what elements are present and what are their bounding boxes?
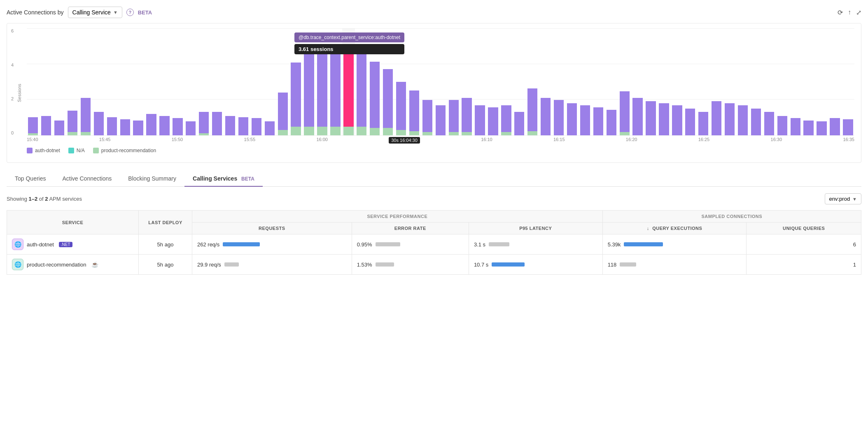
bar-group-12[interactable]: [171, 28, 184, 135]
x-label-1610: 16:10: [481, 137, 492, 144]
bar-group-5[interactable]: [79, 28, 92, 135]
env-filter-dropdown[interactable]: env:prod ▼: [825, 193, 861, 204]
error-rate-bar-fill-auth-dotnet: [376, 242, 400, 246]
bar-group-60[interactable]: [802, 28, 814, 135]
tab-calling-services-beta: BETA: [241, 176, 254, 182]
cell-deploy-product-rec: 5h ago: [139, 255, 192, 275]
bar-group-47[interactable]: [631, 28, 644, 135]
bar-group-37[interactable]: [500, 28, 512, 135]
calling-service-dropdown[interactable]: Calling Service ▼: [68, 7, 122, 18]
bar-group-20[interactable]: [277, 28, 289, 135]
bar-group-13[interactable]: [184, 28, 197, 135]
tabs-row: Top Queries Active Connections Blocking …: [7, 171, 861, 187]
bar-group-50[interactable]: [671, 28, 683, 135]
table-section: Showing 1–2 of 2 APM services env:prod ▼…: [7, 193, 861, 275]
bar-group-40[interactable]: [539, 28, 552, 135]
x-label-1545: 15:45: [99, 137, 111, 144]
bar-group-53[interactable]: [710, 28, 723, 135]
x-label-1620: 16:20: [626, 137, 637, 144]
chart-inner: 6 4 2 0 @db.trace_context.parent_service…: [27, 28, 854, 135]
cell-query-exec-auth-dotnet: 5.39k: [602, 234, 747, 255]
tab-blocking-summary[interactable]: Blocking Summary: [120, 171, 184, 187]
tab-top-queries[interactable]: Top Queries: [7, 171, 54, 187]
p95-latency-bar-fill-auth-dotnet: [489, 242, 509, 246]
table-row[interactable]: 🌐 auth-dotnet .NET 5h ago 262 req/s: [7, 234, 861, 255]
bar-group-43[interactable]: [579, 28, 591, 135]
cell-p95-latency-product-rec: 10.7 s: [469, 255, 602, 275]
bar-group-10[interactable]: [145, 28, 157, 135]
bar-group-57[interactable]: [763, 28, 775, 135]
bar-group-46[interactable]: [618, 28, 630, 135]
bar-group-44[interactable]: [592, 28, 604, 135]
bar-group-39[interactable]: [526, 28, 539, 135]
col-header-error-rate: ERROR RATE: [352, 223, 469, 234]
service-name-product-rec: product-recommendation: [27, 262, 86, 268]
bar-group-6[interactable]: [93, 28, 105, 135]
requests-bar-product-rec: 29.9 req/s: [197, 262, 347, 268]
bar-group-19[interactable]: [264, 28, 276, 135]
query-exec-bar-fill-auth-dotnet: [624, 242, 663, 246]
bar-group-16[interactable]: [224, 28, 236, 135]
bar-group-32[interactable]: [434, 28, 447, 135]
bar-group-42[interactable]: [566, 28, 578, 135]
bar-group-4[interactable]: [66, 28, 79, 135]
error-rate-bar-product-rec: 1.53%: [357, 262, 464, 268]
bar-group-18[interactable]: [250, 28, 263, 135]
help-icon[interactable]: ?: [126, 9, 134, 16]
sort-down-icon: ↓: [647, 226, 649, 231]
chart-legend: auth-dotnet N/A product-recommendation: [27, 148, 854, 153]
x-label-1540: 15:40: [27, 137, 38, 144]
bar-group-49[interactable]: [658, 28, 670, 135]
share-icon[interactable]: ↑: [848, 9, 851, 16]
refresh-icon[interactable]: ⟳: [838, 9, 843, 16]
bar-group-30[interactable]: [408, 28, 420, 135]
legend-label-product-recommendation: product-recommendation: [101, 148, 156, 153]
bar-group-63[interactable]: [842, 28, 854, 135]
tooltip-service-label: @db.trace_context.parent_service:auth-do…: [294, 32, 404, 42]
tab-calling-services[interactable]: Calling Services BETA: [184, 171, 263, 187]
service-cell-product-rec: 🌐 product-recommendation ☕: [12, 259, 133, 270]
bar-group-35[interactable]: [474, 28, 486, 135]
bar-group-7[interactable]: [106, 28, 118, 135]
y-label-4: 4: [11, 63, 14, 67]
bar-group-59[interactable]: [789, 28, 801, 135]
col-header-query-executions[interactable]: ↓ QUERY EXECUTIONS: [602, 223, 747, 234]
bar-group-31[interactable]: [421, 28, 434, 135]
bar-group-34[interactable]: [460, 28, 473, 135]
bar-group-55[interactable]: [737, 28, 749, 135]
chart-header: Active Connections by Calling Service ▼ …: [7, 7, 861, 18]
tab-active-connections[interactable]: Active Connections: [54, 171, 120, 187]
bar-group-17[interactable]: [237, 28, 250, 135]
bar-group-58[interactable]: [776, 28, 789, 135]
y-label-0: 0: [11, 130, 14, 135]
bar-group-62[interactable]: [828, 28, 841, 135]
bar-group-51[interactable]: [684, 28, 696, 135]
bar-group-41[interactable]: [553, 28, 565, 135]
query-exec-bar-product-rec: 118: [608, 262, 742, 268]
bar-group-36[interactable]: [487, 28, 499, 135]
query-exec-bar-fill-product-rec: [620, 262, 636, 267]
fullscreen-icon[interactable]: ⤢: [856, 9, 861, 16]
bar-group-54[interactable]: [723, 28, 736, 135]
bar-group-15[interactable]: [211, 28, 223, 135]
bar-group-3[interactable]: [53, 28, 65, 135]
error-rate-bar-auth-dotnet: 0.95%: [357, 241, 464, 248]
bar-group-48[interactable]: [644, 28, 657, 135]
bar-group-38[interactable]: [513, 28, 525, 135]
java-icon: ☕: [91, 261, 98, 268]
bar-group-61[interactable]: [815, 28, 828, 135]
bar-group-56[interactable]: [750, 28, 762, 135]
bar-group-11[interactable]: [158, 28, 170, 135]
bar-group-9[interactable]: [132, 28, 144, 135]
bar-group-52[interactable]: [697, 28, 709, 135]
bar-group-1[interactable]: [27, 28, 39, 135]
bar-group-2[interactable]: [40, 28, 52, 135]
table-row[interactable]: 🌐 product-recommendation ☕ 5h ago 29.9 r…: [7, 255, 861, 275]
bar-group-45[interactable]: [605, 28, 618, 135]
bar-group-33[interactable]: [448, 28, 460, 135]
bar-group-14[interactable]: [198, 28, 210, 135]
bar-group-8[interactable]: [119, 28, 131, 135]
grid-line-0: [27, 135, 854, 136]
legend-auth-dotnet: auth-dotnet: [27, 148, 60, 153]
section-header-service-perf: SERVICE PERFORMANCE: [192, 211, 603, 223]
